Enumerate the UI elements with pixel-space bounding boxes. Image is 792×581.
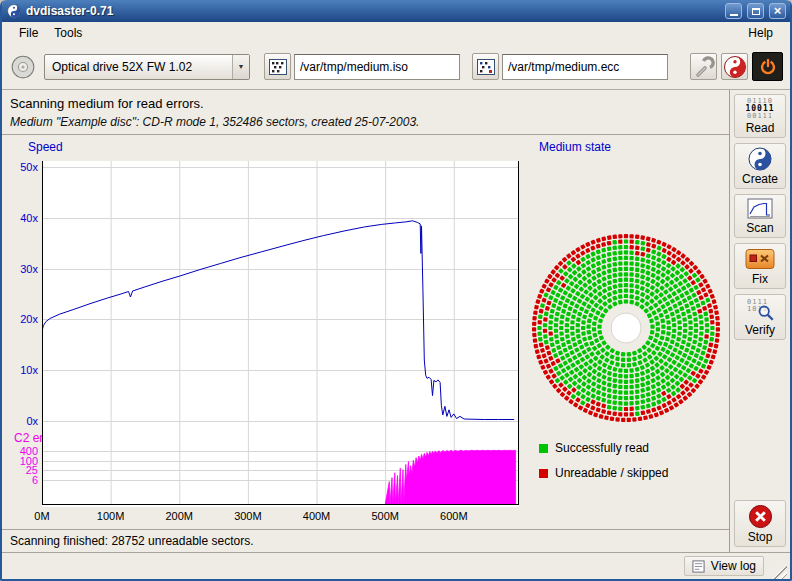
binary-line: 00111	[745, 113, 774, 120]
create-label: Create	[742, 172, 778, 186]
fix-icon	[745, 247, 775, 271]
c2-y-tick: 400	[2, 445, 38, 457]
toolbar-right	[690, 52, 783, 81]
view-log-label: View log	[711, 559, 756, 573]
x-axis-tick: 500M	[365, 510, 405, 522]
log-icon	[692, 560, 705, 573]
ecc-file-icon	[476, 57, 496, 77]
stop-icon	[748, 504, 773, 529]
magnifier-icon	[757, 304, 775, 322]
scan-button[interactable]: Scan	[734, 194, 786, 238]
iso-path-input[interactable]	[294, 54, 460, 80]
status-header: Scanning medium for read errors. Medium …	[2, 90, 729, 135]
legend-swatch	[539, 469, 548, 478]
x-axis-tick: 600M	[434, 510, 474, 522]
status-line-2: Medium "Example disc": CD-R mode 1, 3524…	[10, 115, 721, 129]
stop-button[interactable]: Stop	[734, 500, 786, 547]
menu-tools[interactable]: Tools	[46, 24, 90, 42]
main-column: Scanning medium for read errors. Medium …	[2, 90, 729, 552]
legend-swatch	[539, 444, 548, 453]
preferences-button[interactable]	[690, 53, 717, 80]
fix-label: Fix	[752, 272, 768, 286]
speed-y-tick: 0x	[2, 415, 38, 427]
x-axis-tick: 400M	[297, 510, 337, 522]
read-button[interactable]: 01110 10011 00111 Read	[734, 94, 786, 138]
menu-help[interactable]: Help	[740, 24, 781, 42]
ecc-path-input[interactable]	[502, 54, 668, 80]
speed-y-tick: 30x	[2, 263, 38, 275]
stop-label: Stop	[748, 530, 773, 544]
speed-chart-title: Speed	[28, 140, 63, 154]
iso-file-button[interactable]	[264, 53, 291, 80]
dvdisaster-logo-icon	[723, 55, 747, 79]
main-content: Speed C2 errors 0x10x20x30x40x50x6251004…	[2, 135, 729, 529]
drive-select[interactable]: Optical drive 52X FW 1.02 ▼	[44, 54, 250, 80]
close-button[interactable]: ×	[769, 3, 786, 19]
ecc-file-button[interactable]	[472, 53, 499, 80]
status-line-1: Scanning medium for read errors.	[10, 96, 721, 111]
verify-icon: 0111 1011	[745, 298, 775, 322]
legend-label: Unreadable / skipped	[555, 466, 668, 480]
medium-state-pane: Medium state Successfully read Unreadabl…	[524, 135, 729, 529]
x-axis-tick: 0M	[22, 510, 62, 522]
toolbar: Optical drive 52X FW 1.02 ▼	[2, 44, 790, 90]
plot-area	[42, 161, 520, 508]
legend: Successfully read Unreadable / skipped	[539, 441, 668, 480]
maximize-icon	[752, 8, 760, 15]
view-log-button[interactable]: View log	[684, 556, 764, 576]
toolbar-left: Optical drive 52X FW 1.02 ▼	[9, 53, 690, 81]
menubar: File Tools Help	[2, 22, 790, 44]
app-window: dvdisaster-0.71 × File Tools Help Optica…	[0, 0, 792, 581]
statusbar-text: Scanning finished: 28752 unreadable sect…	[10, 534, 254, 548]
quit-button[interactable]	[752, 52, 783, 81]
iso-file-icon	[268, 57, 288, 77]
fix-button[interactable]: Fix	[734, 243, 786, 289]
close-icon: ×	[774, 4, 782, 17]
legend-item: Successfully read	[539, 441, 668, 455]
chevron-down-icon: ▼	[232, 55, 249, 79]
resize-grip[interactable]	[772, 564, 787, 579]
titlebar: dvdisaster-0.71 ×	[2, 0, 790, 22]
speed-y-tick: 40x	[2, 212, 38, 224]
disc	[531, 233, 721, 423]
about-button[interactable]	[721, 53, 748, 80]
chart-pane: Speed C2 errors 0x10x20x30x40x50x6251004…	[2, 135, 524, 529]
speed-y-tick: 50x	[2, 161, 38, 173]
x-axis-tick: 100M	[91, 510, 131, 522]
binary-read-icon: 01110 10011 00111	[745, 98, 774, 120]
drive-select-value: Optical drive 52X FW 1.02	[45, 60, 232, 74]
read-label: Read	[746, 121, 775, 135]
yinyang-icon	[748, 147, 772, 171]
speed-y-tick: 20x	[2, 313, 38, 325]
footer: View log	[2, 552, 790, 579]
menu-file[interactable]: File	[11, 24, 46, 42]
legend-label: Successfully read	[555, 441, 649, 455]
legend-item: Unreadable / skipped	[539, 466, 668, 480]
minimize-icon	[730, 14, 738, 16]
window-title: dvdisaster-0.71	[26, 4, 720, 18]
sidebar: 01110 10011 00111 Read Create	[729, 90, 790, 552]
power-icon	[759, 58, 777, 76]
medium-state-title: Medium state	[539, 140, 611, 154]
create-button[interactable]: Create	[734, 143, 786, 189]
body-row: Scanning medium for read errors. Medium …	[2, 90, 790, 552]
scan-label: Scan	[746, 221, 773, 235]
verify-button[interactable]: 0111 1011 Verify	[734, 294, 786, 340]
speed-y-tick: 10x	[2, 364, 38, 376]
scan-chart-icon	[747, 198, 773, 220]
minimize-button[interactable]	[725, 3, 742, 19]
verify-label: Verify	[745, 323, 775, 337]
disc-drive-icon	[9, 53, 37, 81]
statusbar: Scanning finished: 28752 unreadable sect…	[2, 529, 729, 552]
maximize-button[interactable]	[747, 3, 764, 19]
wrench-icon	[693, 56, 715, 78]
x-axis-tick: 200M	[159, 510, 199, 522]
app-icon	[7, 4, 21, 18]
x-axis-tick: 300M	[228, 510, 268, 522]
